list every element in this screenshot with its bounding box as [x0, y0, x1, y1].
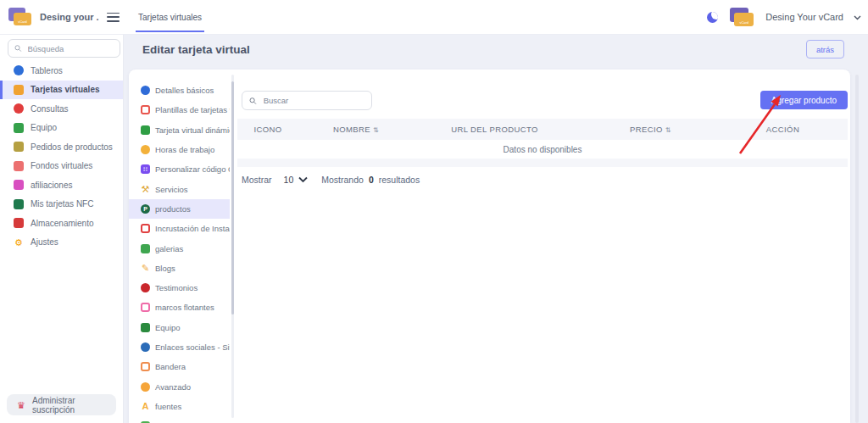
sidebar-item-label: Pedidos de productos — [31, 142, 113, 152]
manage-subscription-label: Administrar suscripción — [32, 396, 116, 415]
sidebar-item-label: Almacenamiento — [31, 219, 93, 228]
card-section-item[interactable]: Enlaces sociales - Sitio web — [129, 337, 230, 357]
tab-tarjetas-virtuales[interactable]: Tarjetas virtuales — [136, 2, 204, 32]
testimonials-icon — [141, 283, 150, 292]
card-section-item[interactable]: Testimonios — [129, 278, 230, 298]
card-section-item[interactable] — [129, 416, 230, 423]
card-section-menu: Detalles básicos Plantillas de tarjetas … — [129, 70, 230, 423]
card-section-label: Bandera — [155, 362, 186, 371]
page-size-chevron-icon[interactable] — [298, 176, 308, 183]
card-section-item[interactable]: Horas de trabajo — [129, 140, 230, 159]
virtual-cards-icon — [14, 85, 24, 95]
nfc-cards-icon — [14, 199, 24, 209]
column-label: ICONO — [253, 125, 281, 134]
qr-code-icon: ∷ — [141, 164, 150, 174]
sidebar-item[interactable]: ⚙ Ajustes — [0, 233, 123, 253]
sidebar: Tableros Tarjetas virtuales Consultas Eq… — [0, 34, 124, 423]
sidebar-item[interactable]: afiliaciones — [0, 175, 123, 195]
user-menu-label[interactable]: Desing Your vCard — [765, 12, 843, 22]
manage-subscription-button[interactable]: ♛ Administrar suscripción — [7, 394, 116, 415]
blogs-pen-icon: ✎ — [141, 264, 150, 273]
page-size-value[interactable]: 10 — [284, 175, 294, 185]
table-footer: Mostrar 10 Mostrando 0 resultados — [242, 171, 420, 188]
sidebar-item[interactable]: Tarjetas virtuales — [0, 81, 123, 100]
table-empty-row: Datos no disponibles — [237, 140, 848, 159]
sidebar-search-input[interactable] — [26, 43, 114, 54]
products-search[interactable] — [242, 91, 372, 110]
sidebar-item-label: Equipo — [31, 123, 57, 132]
card-section-item[interactable]: ∷ Personalizar código QR — [129, 159, 230, 179]
sidebar-item[interactable]: Consultas — [0, 99, 123, 119]
back-button[interactable]: atrás — [806, 40, 844, 58]
hamburger-menu-icon[interactable] — [107, 13, 120, 22]
table-column-header[interactable]: NOMBRE⇅ — [301, 125, 411, 134]
products-search-input[interactable] — [262, 95, 364, 106]
chevron-down-icon[interactable] — [854, 14, 861, 21]
sort-icon: ⇅ — [373, 126, 379, 134]
sidebar-item[interactable]: Fondos virtuales — [0, 157, 123, 176]
table-column-header: ICONO — [237, 125, 301, 134]
social-links-globe-icon — [141, 342, 150, 352]
sidebar-item[interactable]: Tableros — [0, 61, 123, 81]
column-label: PRECIO — [630, 125, 663, 134]
card-section-item[interactable]: galerias — [129, 238, 230, 258]
dark-mode-moon-icon[interactable] — [707, 12, 718, 23]
column-label: URL DEL PRODUCTO — [451, 125, 538, 134]
sort-icon: ⇅ — [665, 126, 671, 134]
card-section-label: productos — [155, 204, 191, 214]
team-calendar-icon — [141, 323, 150, 332]
sidebar-item-label: afiliaciones — [31, 181, 72, 190]
card-section-label: Incrustación de Instagram — [155, 224, 230, 233]
sidebar-search[interactable] — [8, 39, 120, 58]
sidebar-item-label: Tableros — [31, 66, 63, 75]
card-section-item[interactable]: Plantillas de tarjetas virtuales — [129, 100, 230, 120]
user-avatar[interactable]: vCard — [728, 7, 755, 27]
page-title: Editar tarjeta virtual — [142, 43, 250, 56]
add-product-button[interactable]: Agregar producto — [760, 91, 848, 109]
card-section-item[interactable]: marcos flotantes — [129, 298, 230, 317]
card-section-label: Testimonios — [155, 283, 198, 292]
topbar-actions: vCard Desing Your vCard — [707, 7, 868, 27]
card-section-item[interactable]: A fuentes — [129, 397, 230, 416]
table-column-header[interactable]: PRECIO⇅ — [581, 125, 721, 134]
instagram-embed-icon — [141, 224, 150, 233]
card-section-label: Avanzado — [155, 382, 191, 392]
window-scrollbar[interactable] — [855, 75, 859, 423]
card-section-label: galerias — [155, 244, 183, 253]
sidebar-item-label: Fondos virtuales — [31, 161, 92, 170]
sidebar-item[interactable]: Mis tarjetas NFC — [0, 195, 123, 214]
showing-prefix: Mostrando — [321, 175, 364, 185]
search-icon — [14, 44, 22, 53]
sidebar-item[interactable]: Equipo — [0, 119, 123, 138]
sidebar-item[interactable]: Pedidos de productos — [0, 137, 123, 157]
menu-scrollbar-thumb[interactable] — [231, 81, 234, 314]
card-section-item[interactable]: P productos — [129, 199, 230, 219]
team-icon — [14, 123, 24, 133]
card-section-item[interactable]: Avanzado — [129, 376, 230, 396]
card-section-item[interactable]: Equipo — [129, 318, 230, 337]
empty-text: Datos no disponibles — [504, 145, 582, 154]
showing-suffix: resultados — [379, 175, 420, 185]
card-section-item[interactable]: ⚒ Servicios — [129, 179, 230, 198]
sidebar-item[interactable]: Almacenamiento — [0, 214, 123, 233]
card-section-label: Personalizar código QR — [155, 164, 230, 174]
card-section-item[interactable]: Tarjeta virtual dinámica — [129, 120, 230, 140]
card-section-item[interactable]: Bandera — [129, 357, 230, 376]
card-section-item[interactable]: Incrustación de Instagram — [129, 219, 230, 238]
card-section-item[interactable]: ✎ Blogs — [129, 259, 230, 278]
card-section-label: Detalles básicos — [155, 86, 214, 95]
card-section-label: Servicios — [155, 185, 188, 194]
column-label: ACCIÓN — [766, 125, 799, 134]
card-section-item[interactable]: Detalles básicos — [129, 81, 230, 100]
working-hours-icon — [141, 145, 150, 154]
dynamic-card-icon — [141, 125, 150, 135]
card-section-label: Plantillas de tarjetas virtuales — [155, 105, 230, 114]
products-icon: P — [141, 204, 150, 214]
products-panel: Agregar producto ICONO NOMBRE⇅ URL DEL P… — [237, 70, 850, 423]
card-section-label: Tarjeta virtual dinámica — [155, 125, 230, 135]
dashboard-icon — [14, 65, 24, 75]
sidebar-item-label: Ajustes — [31, 237, 58, 247]
table-column-header: ACCIÓN — [721, 125, 848, 134]
card-section-label: Enlaces sociales - Sitio web — [155, 342, 230, 352]
results-count: 0 — [369, 175, 374, 185]
